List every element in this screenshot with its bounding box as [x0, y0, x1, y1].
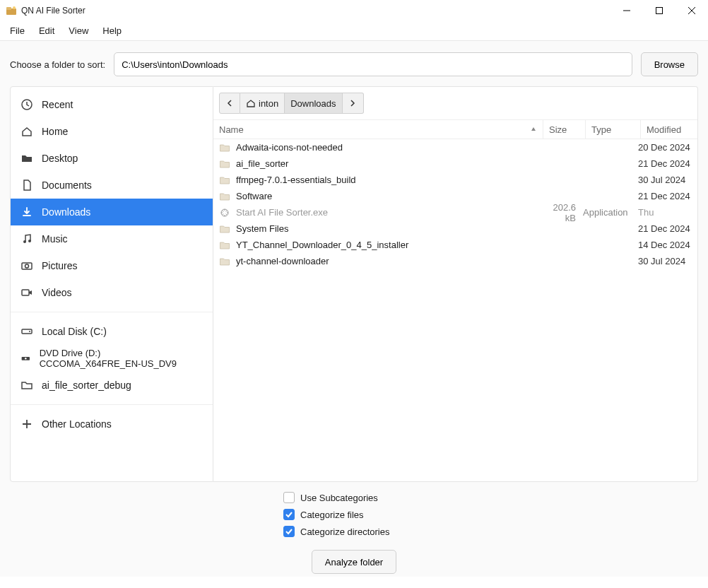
sidebar-item-label: Recent [42, 99, 73, 110]
option-categorize-files[interactable]: Categorize files [283, 509, 425, 520]
checkbox-subcategories[interactable] [283, 492, 295, 503]
titlebar: QN AI File Sorter [0, 0, 708, 21]
main-split: Recent Home Desktop Documents Downloads … [0, 86, 708, 482]
window-controls [610, 0, 708, 21]
svg-point-16 [25, 358, 26, 359]
file-modified: 30 Jul 2024 [638, 256, 695, 266]
column-name-label: Name [219, 124, 244, 135]
file-name: yt-channel-downloader [236, 256, 541, 266]
breadcrumb-home-label: inton [259, 98, 278, 109]
download-icon [20, 206, 33, 218]
file-name: Software [236, 191, 541, 201]
folder-icon [219, 223, 230, 235]
svg-point-11 [25, 264, 29, 268]
menu-help[interactable]: Help [95, 23, 129, 39]
sidebar-item-label: ai_file_sorter_debug [42, 380, 131, 391]
file-name: YT_Channel_Downloader_0_4_5_installer [236, 240, 541, 250]
option-subcategories[interactable]: Use Subcategories [283, 492, 425, 503]
file-list: Adwaita-icons-not-needed20 Dec 2024ai_fi… [213, 139, 697, 481]
column-type-label: Type [591, 124, 611, 135]
file-size: 202.6 kB [541, 202, 583, 223]
sidebar-item-label: Home [42, 126, 68, 137]
sidebar-item-label: Other Locations [42, 418, 112, 430]
file-name: System Files [236, 223, 541, 234]
maximize-button[interactable] [643, 0, 675, 21]
sidebar-item-videos[interactable]: Videos [11, 279, 213, 306]
browse-button[interactable]: Browse [641, 52, 698, 76]
menu-file[interactable]: File [3, 23, 32, 39]
option-label: Categorize files [300, 510, 364, 520]
folder-label: Choose a folder to sort: [10, 59, 105, 70]
sidebar-item-label: Music [42, 233, 68, 245]
file-row[interactable]: YT_Channel_Downloader_0_4_5_installer14 … [213, 237, 697, 253]
file-row[interactable]: Adwaita-icons-not-needed20 Dec 2024 [213, 139, 697, 155]
folder-icon [219, 175, 230, 186]
sidebar: Recent Home Desktop Documents Downloads … [10, 86, 213, 482]
breadcrumb-home[interactable]: inton [240, 93, 285, 114]
file-type: Application [583, 207, 638, 218]
file-modified: 14 Dec 2024 [638, 240, 695, 250]
camera-icon [20, 259, 33, 272]
option-label: Categorize directories [300, 527, 389, 537]
sidebar-item-home[interactable]: Home [11, 118, 213, 145]
column-modified[interactable]: Modified [641, 120, 697, 139]
sidebar-item-label: Desktop [42, 153, 78, 164]
breadcrumb-current[interactable]: Downloads [285, 93, 342, 114]
sidebar-item-documents[interactable]: Documents [11, 172, 213, 199]
music-icon [20, 233, 33, 245]
sidebar-item-dvd-drive[interactable]: DVD Drive (D:) CCCOMA_X64FRE_EN-US_DV9 [11, 345, 213, 372]
sort-asc-icon [530, 126, 537, 133]
svg-rect-4 [656, 8, 663, 14]
exe-icon [219, 207, 230, 218]
nav-back-button[interactable] [219, 93, 240, 114]
column-headers: Name Size Type Modified [213, 119, 697, 139]
sidebar-item-desktop[interactable]: Desktop [11, 145, 213, 172]
svg-point-2 [13, 6, 16, 9]
svg-rect-1 [6, 7, 11, 10]
nav-forward-button[interactable] [343, 93, 364, 114]
close-button[interactable] [675, 0, 708, 21]
toolbar: Choose a folder to sort: Browse [0, 41, 708, 86]
sidebar-item-music[interactable]: Music [11, 225, 213, 252]
file-row[interactable]: Start AI File Sorter.exe202.6 kBApplicat… [213, 204, 697, 220]
folder-icon [219, 256, 230, 267]
file-row[interactable]: ffmpeg-7.0.1-essentials_build30 Jul 2024 [213, 172, 697, 188]
analyze-button[interactable]: Analyze folder [312, 550, 396, 574]
file-row[interactable]: yt-channel-downloader30 Jul 2024 [213, 253, 697, 269]
video-icon [20, 286, 33, 299]
sidebar-item-local-disk-c[interactable]: Local Disk (C:) [11, 318, 213, 345]
folder-icon [20, 379, 33, 392]
svg-point-14 [29, 331, 30, 332]
sidebar-item-label: Documents [42, 180, 92, 191]
folder-icon [219, 191, 230, 202]
svg-rect-12 [22, 290, 29, 295]
option-categorize-directories[interactable]: Categorize directories [283, 526, 425, 537]
menu-edit[interactable]: Edit [32, 23, 61, 39]
folder-icon [219, 240, 230, 251]
sidebar-item-label: Downloads [42, 206, 90, 218]
svg-point-8 [23, 240, 26, 243]
file-row[interactable]: System Files21 Dec 2024 [213, 220, 697, 237]
checkbox-categorize-directories[interactable] [283, 526, 295, 537]
column-type[interactable]: Type [586, 120, 641, 139]
minimize-button[interactable] [610, 0, 643, 21]
menu-view[interactable]: View [61, 23, 95, 39]
file-row[interactable]: ai_file_sorter21 Dec 2024 [213, 155, 697, 172]
sidebar-item-pictures[interactable]: Pictures [11, 252, 213, 279]
checkbox-categorize-files[interactable] [283, 509, 295, 520]
file-name: ffmpeg-7.0.1-essentials_build [236, 175, 541, 185]
file-modified: 20 Dec 2024 [638, 142, 695, 153]
file-name: Start AI File Sorter.exe [236, 207, 541, 218]
menubar: File Edit View Help [0, 21, 708, 41]
file-name: ai_file_sorter [236, 158, 541, 169]
home-icon [246, 98, 256, 108]
sidebar-item-debug-folder[interactable]: ai_file_sorter_debug [11, 372, 213, 399]
sidebar-item-downloads[interactable]: Downloads [11, 199, 213, 225]
path-input[interactable] [114, 52, 632, 76]
file-row[interactable]: Software21 Dec 2024 [213, 188, 697, 204]
sidebar-item-recent[interactable]: Recent [11, 91, 213, 118]
sidebar-item-other-locations[interactable]: Other Locations [11, 411, 213, 437]
sidebar-item-label: Local Disk (C:) [42, 326, 107, 337]
column-size[interactable]: Size [543, 120, 586, 139]
column-name[interactable]: Name [213, 120, 543, 139]
